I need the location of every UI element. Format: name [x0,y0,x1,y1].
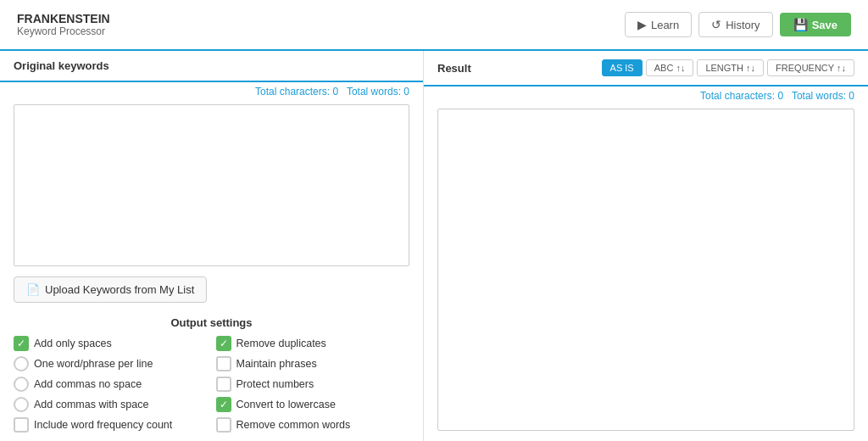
result-char-count: Total characters: 0 Total words: 0 [424,87,868,105]
sort-buttons: AS IS ABC ↑↓ LENGTH ↑↓ FREQUENCY ↑↓ [602,59,854,76]
setting-protect-numbers[interactable]: Protect numbers [216,377,410,392]
setting-remove-common[interactable]: Remove common words [216,417,410,433]
header-title: FRANKENSTEIN Keyword Processor [17,12,110,37]
check-remove-common [216,417,231,433]
history-button[interactable]: ↺ History [698,12,772,37]
setting-one-word-per-line[interactable]: One word/phrase per line [14,356,208,371]
header-actions: ▶ Learn ↺ History 💾 Save [625,12,851,37]
save-icon: 💾 [793,18,808,31]
check-add-spaces: ✓ [14,336,29,351]
output-settings-title: Output settings [14,316,409,329]
sort-frequency-button[interactable]: FREQUENCY ↑↓ [767,59,854,76]
main-content: Original keywords Total characters: 0 To… [0,51,868,441]
sort-abc-button[interactable]: ABC ↑↓ [646,59,694,76]
check-remove-duplicates: ✓ [216,336,231,351]
app-subtitle: Keyword Processor [17,25,110,37]
sort-length-button[interactable]: LENGTH ↑↓ [697,59,764,76]
check-protect-numbers [216,377,231,392]
check-word-frequency [14,417,29,433]
setting-add-commas-no-space[interactable]: Add commas no space [14,377,208,392]
check-convert-lowercase: ✓ [216,397,231,412]
keywords-textarea[interactable] [14,104,409,266]
header: FRANKENSTEIN Keyword Processor ▶ Learn ↺… [0,0,868,51]
setting-add-commas-with-space[interactable]: Add commas with space [14,397,208,412]
left-panel-header: Original keywords [0,51,423,82]
upload-icon: 📄 [26,283,40,296]
output-settings: Output settings ✓ Add only spaces ✓ Remo… [0,311,423,441]
settings-grid: ✓ Add only spaces ✓ Remove duplicates On… [14,336,409,433]
setting-word-frequency[interactable]: Include word frequency count [14,417,208,433]
history-icon: ↺ [711,18,721,31]
save-button[interactable]: 💾 Save [780,13,851,36]
result-header: Result AS IS ABC ↑↓ LENGTH ↑↓ FREQUENCY … [424,51,868,87]
radio-one-word-per-line [14,356,29,371]
app-name: FRANKENSTEIN [17,12,110,25]
setting-add-spaces[interactable]: ✓ Add only spaces [14,336,208,351]
result-title: Result [437,62,471,75]
radio-add-commas-no-space [14,377,29,392]
upload-keywords-button[interactable]: 📄 Upload Keywords from My List [14,276,207,303]
check-maintain-phrases [216,356,231,371]
sort-as-is-button[interactable]: AS IS [602,59,643,76]
right-panel: Result AS IS ABC ↑↓ LENGTH ↑↓ FREQUENCY … [424,51,868,441]
left-panel: Original keywords Total characters: 0 To… [0,51,424,441]
left-char-count: Total characters: 0 Total words: 0 [0,82,423,101]
learn-icon: ▶ [637,18,647,31]
setting-remove-duplicates[interactable]: ✓ Remove duplicates [216,336,410,351]
setting-maintain-phrases[interactable]: Maintain phrases [216,356,410,371]
radio-add-commas-with-space [14,397,29,412]
result-textarea[interactable] [437,109,854,431]
learn-button[interactable]: ▶ Learn [625,12,692,37]
setting-convert-lowercase[interactable]: ✓ Convert to lowercase [216,397,410,412]
